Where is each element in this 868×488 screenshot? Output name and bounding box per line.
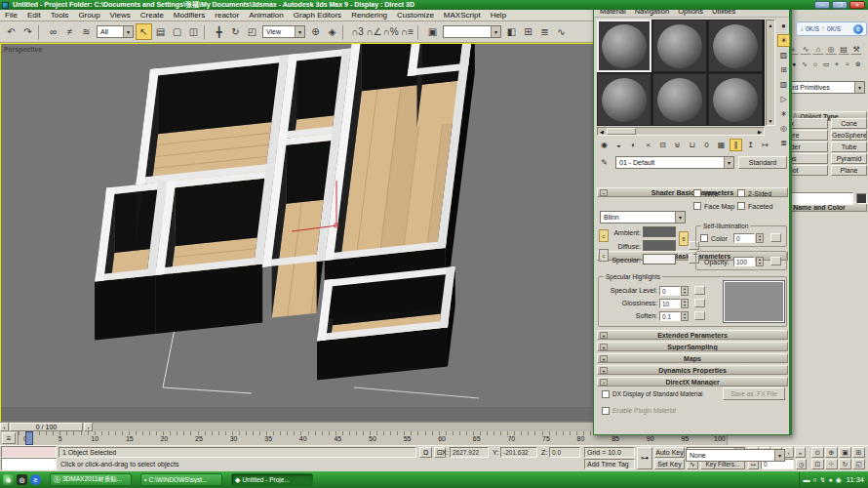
parameter-spinner[interactable]: ▴▾ <box>681 299 689 308</box>
background-icon[interactable]: ▨ <box>777 49 790 61</box>
minimize-button[interactable]: — <box>814 1 830 9</box>
y-coordinate-field[interactable]: -201.632 <box>500 447 537 458</box>
layer-manager-icon[interactable]: ≣ <box>536 23 553 40</box>
snap-toggle-icon[interactable]: ∩3 <box>349 23 366 40</box>
undo-icon[interactable]: ↶ <box>3 23 20 40</box>
angle-snap-icon[interactable]: ∩∠ <box>366 23 382 40</box>
arc-rotate-icon[interactable]: ↻ <box>839 459 851 469</box>
time-slider-prev-arrow[interactable]: ‹ <box>0 423 9 431</box>
menu-item[interactable]: Modifiers <box>169 11 210 20</box>
spinner-snap-icon[interactable]: ∩≡ <box>399 23 415 40</box>
wire-checkbox[interactable] <box>693 189 701 197</box>
two-sided-checkbox[interactable] <box>737 189 745 197</box>
options-icon[interactable]: ∗ <box>777 107 790 120</box>
material-sample-slot[interactable] <box>597 73 651 126</box>
taskbar-app-button[interactable]: ◆ Untitled - Proje... <box>231 473 313 486</box>
mirror-icon[interactable]: ◧ <box>503 23 520 40</box>
tray-misc-icon[interactable]: ▬ <box>804 476 810 484</box>
tray-network-icon[interactable]: ⌗ <box>813 476 817 484</box>
zoom-extents-icon[interactable]: ▣ <box>839 447 851 458</box>
parameter-spinner[interactable]: ▴▾ <box>681 286 689 296</box>
parameter-map-button[interactable] <box>694 311 705 320</box>
viewport-label[interactable]: Perspective <box>4 46 42 53</box>
select-and-link-icon[interactable]: ∞ <box>45 23 61 40</box>
menu-item[interactable]: Rendering <box>346 11 392 20</box>
region-zoom-icon[interactable]: ⊡ <box>811 459 824 469</box>
set-keys-icon[interactable]: ⊶ <box>637 447 652 469</box>
ambient-color-swatch[interactable] <box>643 226 676 237</box>
scroll-down-icon[interactable]: ▼ <box>767 116 774 125</box>
select-object-icon[interactable]: ↖ <box>136 23 152 40</box>
rollout-header[interactable]: +Dynamics Properties <box>597 365 788 375</box>
rollout-header[interactable]: +SuperSampling <box>597 342 788 351</box>
tab-motion[interactable]: ◎ <box>825 43 837 55</box>
material-sample-slot[interactable] <box>708 73 763 126</box>
maxscript-mini-listener-pink[interactable] <box>1 446 57 458</box>
ambient-diffuse-link-icon[interactable]: 8 <box>679 231 689 246</box>
category-helpers-icon[interactable]: ⌖ <box>832 59 842 69</box>
parameter-spinner[interactable]: ▴▾ <box>681 311 689 321</box>
specular-color-swatch[interactable] <box>643 254 676 264</box>
primitive-button[interactable]: Tube <box>831 142 867 152</box>
tray-messenger-icon[interactable]: ● <box>828 476 832 484</box>
unlink-selection-icon[interactable]: ≠ <box>61 23 78 40</box>
material-sample-slot[interactable] <box>597 20 651 72</box>
time-slider-next-arrow[interactable]: › <box>84 423 93 431</box>
scroll-right-icon[interactable]: ▶ <box>756 128 764 135</box>
tray-thunder-icon[interactable]: ↯ <box>820 476 826 484</box>
parameter-map-button[interactable] <box>694 286 705 295</box>
restore-button[interactable]: ❐ <box>832 1 848 9</box>
sample-type-icon[interactable]: ● <box>777 20 790 32</box>
diffuse-specular-lock-icon[interactable]: c <box>599 249 609 262</box>
redo-icon[interactable]: ↷ <box>20 23 36 40</box>
menu-item[interactable]: Graph Editors <box>289 11 346 20</box>
get-material-icon[interactable]: ◉ <box>598 139 611 151</box>
scroll-up-icon[interactable]: ▲ <box>767 20 774 29</box>
zoom-extents-all-icon[interactable]: ⊞ <box>852 447 865 458</box>
parameter-value[interactable]: 0.1 <box>659 311 681 321</box>
reference-coordinate-dropdown[interactable]: View <box>262 25 305 38</box>
primitive-button[interactable]: Cone <box>831 118 867 129</box>
select-and-scale-icon[interactable]: ◰ <box>244 23 260 40</box>
auto-key-button[interactable]: Auto Key <box>654 447 685 458</box>
z-coordinate-field[interactable]: 0.0 <box>549 447 580 458</box>
menu-item[interactable]: Views <box>105 11 136 20</box>
self-illumination-color-checkbox[interactable] <box>700 234 708 242</box>
opacity-value[interactable]: 100 <box>733 257 755 266</box>
scroll-left-icon[interactable]: ◀ <box>598 128 606 135</box>
set-key-button[interactable]: Set Key <box>654 459 685 469</box>
material-sample-slot[interactable] <box>708 20 763 72</box>
material-map-navigator-icon[interactable]: ≣ <box>777 137 790 149</box>
opacity-spinner[interactable]: ▴▾ <box>756 257 764 266</box>
named-selection-dropdown[interactable] <box>443 25 501 38</box>
self-illumination-spinner[interactable]: ▴▾ <box>756 233 764 243</box>
tab-display[interactable]: ▤ <box>838 43 849 55</box>
menu-item[interactable]: Create <box>136 11 169 20</box>
scroll-thumb[interactable] <box>607 128 636 135</box>
dx-display-checkbox[interactable] <box>602 390 610 398</box>
pan-icon[interactable]: ⊹ <box>825 459 838 469</box>
selection-lock-icon[interactable]: Ω <box>419 447 432 458</box>
object-color-swatch[interactable] <box>856 193 867 204</box>
select-by-name-icon[interactable]: ▤ <box>152 23 169 40</box>
primitive-button[interactable]: GeoSphere <box>831 130 867 141</box>
rollout-header[interactable]: +Extended Parameters <box>597 330 788 340</box>
separator[interactable] <box>38 24 43 40</box>
maximize-viewport-icon[interactable]: ◱ <box>852 459 865 469</box>
ambient-diffuse-lock-icon[interactable]: c <box>599 229 609 242</box>
add-time-tag[interactable]: Add Time Tag <box>584 459 635 469</box>
curve-editor-icon[interactable]: ∿ <box>553 23 570 40</box>
primitive-button[interactable]: Pyramid <box>831 153 867 164</box>
face-map-checkbox[interactable] <box>693 202 701 210</box>
make-unique-icon[interactable]: ⊎ <box>671 139 684 151</box>
taskbar-app-button[interactable]: Ⓢ 3DMAX2011材质贴... <box>50 473 132 486</box>
separator[interactable] <box>342 24 347 40</box>
opacity-map-button[interactable] <box>770 257 781 265</box>
selection-region-icon[interactable]: ▢ <box>169 23 185 40</box>
make-copy-icon[interactable]: ⊟ <box>656 139 669 151</box>
menu-item[interactable]: Group <box>73 11 104 20</box>
show-end-result-icon[interactable]: ∥ <box>730 139 742 151</box>
video-color-check-icon[interactable]: ▥ <box>777 78 790 91</box>
go-to-end-icon[interactable]: » <box>795 447 806 458</box>
separator[interactable] <box>417 24 422 40</box>
